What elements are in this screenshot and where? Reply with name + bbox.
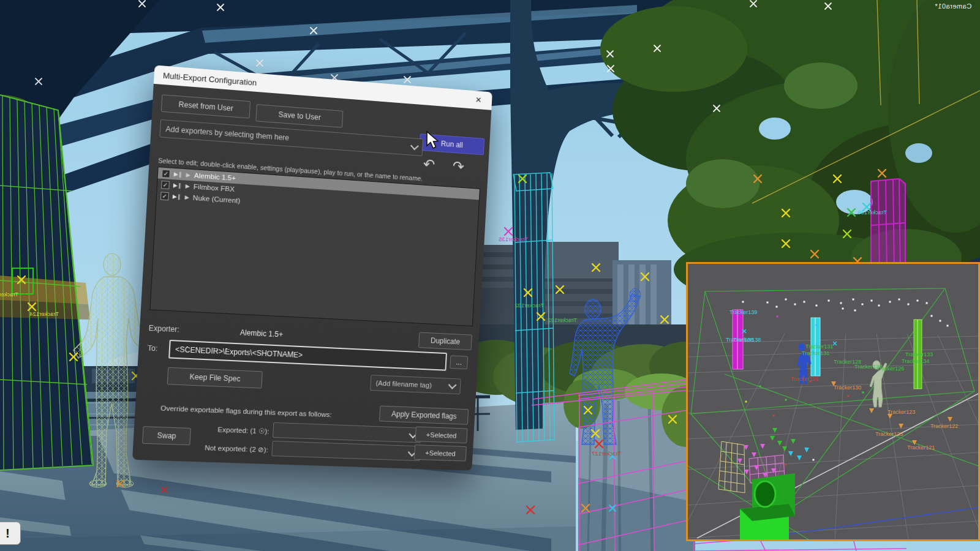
tracking-marker-icon[interactable] [556, 286, 564, 293]
tracking-marker-icon[interactable] [595, 440, 603, 448]
tracker-label[interactable]: Tracker139 [729, 309, 757, 315]
tracker-point-icon[interactable] [889, 301, 891, 303]
undo-icon[interactable]: ↶ [423, 156, 448, 174]
tracker-point-icon[interactable] [742, 301, 744, 303]
swap-button[interactable]: Swap [142, 426, 191, 445]
tracker-label[interactable]: Tracker130 [834, 384, 861, 391]
tracker-cone-icon[interactable] [777, 441, 782, 446]
tracking-marker-icon[interactable] [139, 1, 145, 7]
tracking-marker-icon[interactable] [404, 77, 410, 83]
tracker-point-icon[interactable] [816, 305, 818, 307]
tracker-point-icon[interactable] [816, 324, 818, 326]
tracking-marker-icon[interactable] [70, 353, 77, 361]
tracker-cone-icon[interactable] [948, 417, 952, 422]
tracker-cone-icon[interactable] [869, 408, 874, 413]
tracking-marker-icon[interactable] [843, 230, 851, 238]
add-exporters-dropdown[interactable]: Add exporters by selecting them here [159, 119, 423, 156]
apply-exported-flags-button[interactable]: Apply Exported flags [379, 405, 469, 424]
exporter-checkbox[interactable]: ✓ [161, 181, 170, 189]
tracker-point-icon[interactable] [926, 302, 928, 304]
tracker-point-icon[interactable] [840, 302, 842, 304]
tracker-point-icon[interactable] [853, 299, 854, 301]
not-exported-dropdown[interactable] [271, 441, 421, 461]
tracker-point-icon[interactable] [785, 299, 787, 301]
tracker-point-icon[interactable] [828, 300, 830, 302]
tracker-point-icon[interactable] [931, 315, 933, 317]
tracking-marker-icon[interactable] [878, 170, 886, 177]
tracking-marker-icon[interactable] [36, 78, 42, 84]
tracker-label[interactable]: Tracker122 [930, 423, 958, 429]
tracking-marker-icon[interactable] [825, 3, 831, 9]
browse-button[interactable]: ... [450, 355, 468, 369]
duplicate-button[interactable]: Duplicate [418, 332, 472, 350]
tracking-marker-icon[interactable] [584, 407, 592, 414]
tracker-point-icon[interactable] [862, 392, 864, 394]
tracker-point-icon[interactable] [848, 395, 850, 397]
tracking-marker-icon[interactable] [834, 175, 841, 182]
tracker-point-icon[interactable] [899, 299, 900, 301]
tracker-label[interactable]: Tracker134 [902, 358, 929, 364]
tracker-cone-icon[interactable] [772, 428, 777, 433]
exported-dropdown[interactable] [273, 422, 422, 443]
tracking-marker-icon[interactable] [311, 28, 317, 34]
tracker-point-icon[interactable] [908, 304, 910, 305]
save-to-user-button[interactable]: Save to User [255, 104, 343, 128]
tracker-label[interactable]: Tracker131 [802, 350, 829, 356]
tracking-marker-icon[interactable] [848, 209, 855, 216]
tracker-point-icon[interactable] [813, 459, 815, 461]
tracker-label[interactable]: Tracker129 [791, 376, 818, 382]
tracking-marker-icon[interactable] [782, 240, 790, 247]
tracking-marker-icon[interactable] [592, 264, 600, 271]
tracker-point-icon[interactable] [767, 302, 769, 304]
tracker-cone-icon[interactable] [770, 436, 775, 441]
perspective-viewport[interactable]: Tracker139Tracker138Tracker138Tracker131… [686, 262, 980, 541]
exported-plus-selected-button[interactable]: +Selected [415, 426, 468, 443]
tracker-cone-icon[interactable] [782, 446, 787, 451]
tracking-marker-icon[interactable] [117, 481, 123, 487]
tracker-point-icon[interactable] [773, 415, 775, 417]
help-chip[interactable]: ! [0, 522, 21, 545]
tracking-marker-icon[interactable] [714, 105, 720, 111]
tracker-label[interactable]: Tracker123 [888, 409, 915, 415]
tracking-marker-icon[interactable] [505, 228, 512, 235]
exporter-name[interactable]: Nuke (Current) [193, 194, 241, 204]
tracker-point-icon[interactable] [777, 316, 778, 318]
reset-from-user-button[interactable]: Reset from User [161, 94, 251, 118]
tracking-marker-icon[interactable] [28, 303, 36, 310]
tracker-label[interactable]: Tracker125 [875, 431, 903, 437]
tracking-marker-icon[interactable] [754, 175, 761, 182]
tracker-label[interactable]: Tracker121 [907, 444, 935, 451]
tracker-cone-icon[interactable] [737, 459, 742, 463]
tracker-cone-icon[interactable] [797, 455, 802, 460]
tracker-label[interactable]: Tracker131 [805, 343, 833, 350]
tracker-point-icon[interactable] [833, 342, 837, 345]
close-icon[interactable]: × [470, 94, 486, 107]
tracker-point-icon[interactable] [862, 304, 864, 305]
tracking-marker-icon[interactable] [162, 487, 167, 492]
exporter-list[interactable]: ✓ ▶∥ ▶ Alembic 1.5+ ✓ ▶∥ ▶ Filmbox FBX ✓… [149, 167, 480, 326]
play-pause-icon[interactable]: ▶∥ [174, 171, 183, 178]
expand-arrow-icon[interactable]: ▶ [185, 183, 190, 190]
tracking-marker-icon[interactable] [750, 1, 756, 7]
tracking-marker-icon[interactable] [257, 60, 263, 66]
tracker-point-icon[interactable] [940, 320, 941, 322]
tracking-marker-icon[interactable] [592, 430, 599, 437]
tracker-cone-icon[interactable] [791, 439, 796, 444]
tracking-marker-icon[interactable] [524, 289, 532, 296]
tracker-label[interactable]: Tracker138 [733, 337, 761, 343]
tracking-marker-icon[interactable] [669, 416, 676, 423]
keep-file-spec-button[interactable]: Keep File Spec [167, 367, 263, 389]
tracking-marker-icon[interactable] [519, 175, 526, 182]
tracker-point-icon[interactable] [947, 325, 949, 327]
tracking-marker-icon[interactable] [641, 273, 649, 280]
exporter-name[interactable]: Filmbox FBX [194, 183, 235, 193]
tracker-label[interactable]: Tracker133 [905, 351, 933, 358]
redo-icon[interactable]: ↷ [452, 158, 478, 176]
tracker-point-icon[interactable] [917, 300, 919, 302]
tracker-cone-icon[interactable] [804, 448, 809, 452]
tracking-marker-icon[interactable] [608, 66, 614, 72]
tracker-cone-icon[interactable] [788, 451, 793, 456]
tracker-point-icon[interactable] [760, 386, 761, 388]
tracking-marker-icon[interactable] [661, 316, 668, 323]
expand-arrow-icon[interactable]: ▶ [186, 171, 190, 178]
